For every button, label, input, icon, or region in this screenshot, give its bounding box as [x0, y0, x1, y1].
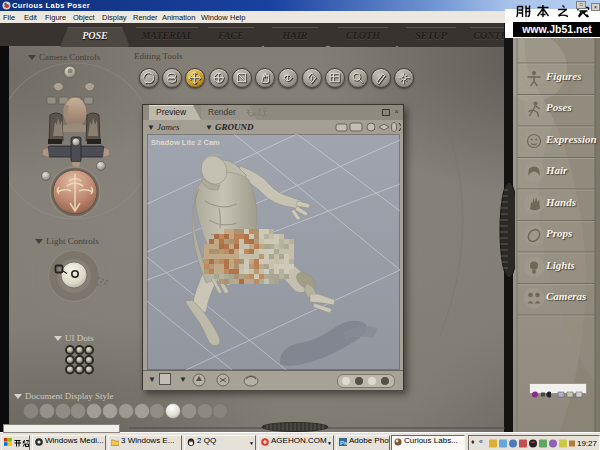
svg-text:Ps: Ps	[340, 440, 347, 446]
svg-text:Shadow Lite 2 Cam: Shadow Lite 2 Cam	[151, 138, 220, 147]
